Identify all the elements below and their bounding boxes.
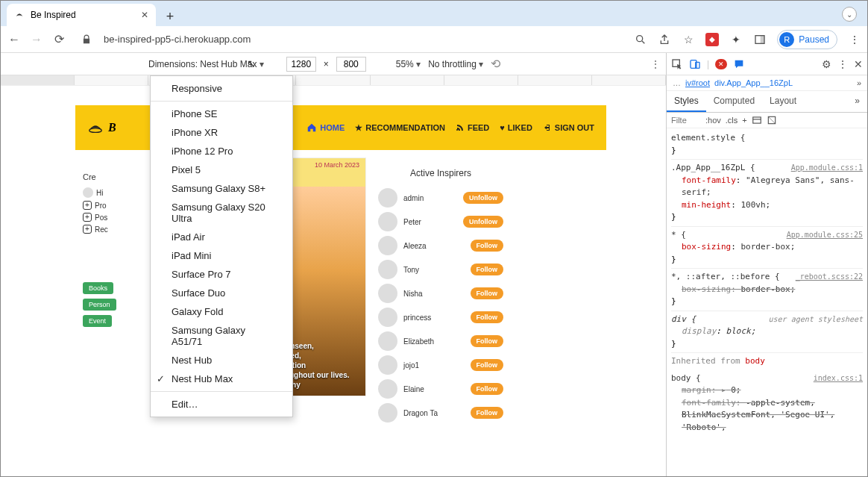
devtools-menu-icon[interactable]: ⋮ <box>837 58 848 70</box>
error-badge[interactable]: ✕ <box>715 59 727 69</box>
nav-home[interactable]: HOME <box>306 122 345 133</box>
inspirer-follow-button[interactable]: Follow <box>471 359 504 371</box>
inspirer-follow-button[interactable]: Follow <box>471 335 504 347</box>
throttle-dropdown[interactable]: No throttling <box>428 59 483 69</box>
tab-styles[interactable]: Styles <box>667 91 706 112</box>
tab-more[interactable]: » <box>847 91 867 112</box>
dd-item[interactable]: Nest Hub Max <box>151 370 292 388</box>
device-toolbar-menu[interactable]: ⋮ <box>651 59 660 69</box>
styles-body[interactable]: element.style { } App.module.css:1 .App_… <box>667 128 867 476</box>
extension-1-icon[interactable]: ◆ <box>705 33 719 46</box>
new-rule-icon[interactable]: + <box>742 116 746 125</box>
dd-item[interactable]: Samsung Galaxy S8+ <box>151 179 292 198</box>
back-button[interactable]: ← <box>7 33 22 46</box>
dd-item[interactable]: Pixel 5 <box>151 160 292 179</box>
site-logo[interactable]: B <box>87 119 116 136</box>
nav-signout[interactable]: SIGN OUT <box>543 123 594 132</box>
computed-sidebar-icon[interactable] <box>752 115 762 125</box>
pill-event[interactable]: Event <box>83 315 112 327</box>
browser-menu-icon[interactable]: ⋮ <box>848 33 861 46</box>
tab-list-button[interactable]: ⌄ <box>842 7 857 22</box>
profile-chip[interactable]: R Paused <box>777 30 837 49</box>
inspirer-avatar[interactable] <box>378 308 397 327</box>
dd-item[interactable]: iPhone 12 Pro <box>151 142 292 160</box>
settings-icon[interactable]: ⚙ <box>822 58 831 70</box>
dimensions-menu[interactable]: ResponsiveiPhone SEiPhone XRiPhone 12 Pr… <box>150 75 293 417</box>
dd-item[interactable]: iPhone XR <box>151 123 292 142</box>
side-panel-icon[interactable] <box>753 33 767 46</box>
dd-item[interactable]: Surface Pro 7 <box>151 265 292 284</box>
reload-button[interactable]: ⟳ <box>51 32 66 46</box>
inspirer-name[interactable]: Tony <box>403 266 465 274</box>
pill-books[interactable]: Books <box>83 282 113 294</box>
side-rec[interactable]: +Rec <box>75 223 142 235</box>
inspirer-follow-button[interactable]: Follow <box>471 240 504 252</box>
extensions-icon[interactable]: ✦ <box>729 33 743 46</box>
inspirer-avatar[interactable] <box>378 355 397 375</box>
inspirer-name[interactable]: princess <box>403 314 465 322</box>
tab-layout[interactable]: Layout <box>762 91 804 112</box>
pill-person[interactable]: Person <box>83 299 116 311</box>
inspirer-follow-button[interactable]: Follow <box>471 383 504 395</box>
dd-item[interactable]: Samsung Galaxy S20 Ultra <box>151 198 292 228</box>
inspirer-avatar[interactable] <box>378 188 397 208</box>
inspirer-avatar[interactable] <box>378 403 397 423</box>
inspirer-name[interactable]: admin <box>403 194 457 202</box>
nav-feed[interactable]: FEED <box>456 123 489 132</box>
inspirer-follow-button[interactable]: Unfollow <box>463 216 503 228</box>
inspirer-follow-button[interactable]: Follow <box>471 311 504 323</box>
forward-button[interactable]: → <box>29 33 44 46</box>
zoom-dropdown[interactable]: 55% <box>396 59 421 69</box>
side-pro[interactable]: +Pro <box>75 199 142 211</box>
dd-item[interactable]: Surface Duo <box>151 284 292 302</box>
inspirer-follow-button[interactable]: Unfollow <box>463 192 503 204</box>
cls-toggle[interactable]: .cls <box>726 116 738 125</box>
inspirer-follow-button[interactable]: Follow <box>471 407 504 419</box>
issues-icon[interactable] <box>733 58 745 70</box>
dd-item[interactable]: Galaxy Fold <box>151 302 292 321</box>
inspirer-avatar[interactable] <box>378 331 397 351</box>
inspirer-follow-button[interactable]: Follow <box>471 264 504 275</box>
inspirer-avatar[interactable] <box>378 379 397 399</box>
rotate-icon[interactable]: ⟲ <box>491 57 500 71</box>
device-mode-icon[interactable] <box>689 58 701 70</box>
dd-item[interactable]: Samsung Galaxy A51/71 <box>151 321 292 351</box>
nav-recommendation[interactable]: ★RECOMMENDATION <box>355 123 445 133</box>
inspirer-name[interactable]: Aleeza <box>403 242 465 250</box>
url-text[interactable]: be-inspired-pp5-ci.herokuapp.com <box>104 34 251 45</box>
inspirer-name[interactable]: Dragon Ta <box>403 409 465 417</box>
dd-item[interactable]: iPad Air <box>151 228 292 246</box>
dom-breadcrumb[interactable]: … iv#root div.App_App__16ZpL » <box>667 75 867 91</box>
side-pos[interactable]: +Pos <box>75 211 142 223</box>
new-tab-button[interactable]: + <box>160 7 180 26</box>
hov-toggle[interactable]: :hov <box>705 116 721 125</box>
inspirer-avatar[interactable] <box>378 236 397 255</box>
inspirer-follow-button[interactable]: Follow <box>471 287 504 299</box>
tab-close-icon[interactable]: ✕ <box>141 10 148 20</box>
inspirer-name[interactable]: Peter <box>403 218 457 226</box>
bookmark-icon[interactable]: ☆ <box>682 33 695 46</box>
inspirer-avatar[interactable] <box>378 212 397 231</box>
nav-liked[interactable]: ♥LIKED <box>500 123 532 132</box>
tab-computed[interactable]: Computed <box>706 91 762 112</box>
dd-item[interactable]: Responsive <box>151 79 292 98</box>
box-model-icon[interactable] <box>767 115 777 125</box>
dd-item[interactable]: Nest Hub <box>151 351 292 370</box>
width-input[interactable] <box>286 57 316 72</box>
share-icon[interactable] <box>658 33 671 46</box>
inspirer-avatar[interactable] <box>378 284 397 303</box>
browser-tab[interactable]: Be Inspired ✕ <box>7 4 156 26</box>
dd-item[interactable]: Edit… <box>151 395 292 414</box>
inspirer-avatar[interactable] <box>378 260 397 279</box>
inspect-icon[interactable] <box>671 58 683 70</box>
inspirer-name[interactable]: Elaine <box>403 385 465 393</box>
dd-item[interactable]: iPhone SE <box>151 105 292 123</box>
inspirer-name[interactable]: Nisha <box>403 290 465 298</box>
side-hi[interactable]: Hi <box>75 186 142 199</box>
inspirer-name[interactable]: jojo1 <box>403 361 465 370</box>
search-icon[interactable] <box>634 33 647 46</box>
dd-item[interactable]: iPad Mini <box>151 246 292 265</box>
devtools-close-icon[interactable]: ✕ <box>854 58 863 70</box>
inspirer-name[interactable]: Elizabeth <box>403 337 465 346</box>
height-input[interactable] <box>336 57 366 72</box>
